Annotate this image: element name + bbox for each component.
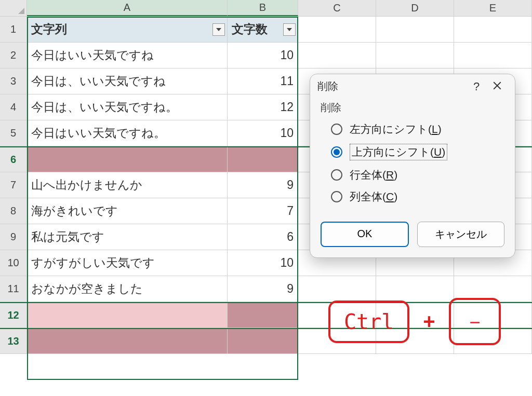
column-header-d[interactable]: D [376, 0, 454, 16]
cell-a9[interactable]: 私は元気です [27, 224, 228, 250]
ok-button[interactable]: OK [321, 222, 409, 247]
cell-d1[interactable] [376, 17, 454, 42]
filter-button-a[interactable] [212, 23, 225, 36]
row-header-8[interactable]: 8 [0, 198, 27, 224]
cell-b12[interactable] [228, 303, 298, 327]
cell-b4[interactable]: 12 [228, 94, 298, 120]
cell-e2[interactable] [454, 43, 532, 68]
cell-b3[interactable]: 11 [228, 69, 298, 94]
row-header-1[interactable]: 1 [0, 17, 27, 42]
cell-b5[interactable]: 10 [228, 120, 298, 146]
cell-a12[interactable] [27, 303, 228, 327]
row-header-10[interactable]: 10 [0, 250, 27, 276]
column-header-row: A B C D E [0, 0, 532, 17]
cell-a11[interactable]: おなかが空きました [27, 276, 228, 302]
keyboard-shortcut-hint: Ctrl + － [328, 298, 501, 345]
radio-icon [331, 124, 342, 135]
cell-b7[interactable]: 9 [228, 172, 298, 198]
dialog-body: 削除 左方向にシフト(L) 上方向にシフト(U) 行全体(R) 列全体(C) [310, 99, 515, 220]
cell-b13[interactable] [228, 329, 298, 353]
row-header-7[interactable]: 7 [0, 172, 27, 198]
radio-icon [331, 146, 342, 158]
dialog-button-row: OK キャンセル [310, 220, 515, 257]
row-header-13[interactable]: 13 [0, 329, 27, 353]
dialog-title: 削除 [317, 79, 338, 93]
cell-e1[interactable] [454, 17, 532, 42]
table-header-row: 1 文字列 文字数 [0, 17, 532, 43]
table-header-b-label: 文字数 [232, 21, 268, 37]
dialog-titlebar[interactable]: 削除 ? [310, 74, 515, 99]
column-header-a[interactable]: A [27, 0, 228, 16]
table-header-a-label: 文字列 [31, 21, 67, 37]
cell-b6[interactable] [228, 147, 298, 172]
radio-entire-column-label: 列全体(C) [350, 189, 397, 204]
key-minus: － [449, 298, 501, 345]
cell-a2[interactable]: 今日はいい天気ですね [27, 43, 228, 68]
column-header-b[interactable]: B [228, 0, 298, 16]
table-row: 2 今日はいい天気ですね 10 [0, 43, 532, 69]
radio-entire-row-label: 行全体(R) [350, 168, 397, 182]
dialog-close-button[interactable] [487, 80, 508, 93]
column-header-c[interactable]: C [298, 0, 376, 16]
table-header-b[interactable]: 文字数 [228, 17, 298, 42]
cell-b8[interactable]: 7 [228, 198, 298, 224]
radio-shift-left[interactable]: 左方向にシフト(L) [331, 122, 504, 136]
cell-b2[interactable]: 10 [228, 43, 298, 68]
row-header-5[interactable]: 5 [0, 120, 27, 146]
close-icon [493, 81, 502, 90]
radio-icon [331, 169, 342, 181]
cell-d2[interactable] [376, 43, 454, 68]
cancel-button[interactable]: キャンセル [417, 222, 504, 247]
cell-a4[interactable]: 今日は、いい天気ですね。 [27, 94, 228, 120]
plus-icon: + [423, 310, 435, 333]
radio-icon [331, 191, 342, 202]
cell-b9[interactable]: 6 [228, 224, 298, 250]
cell-b11[interactable]: 9 [228, 276, 298, 302]
cell-a13[interactable] [27, 329, 228, 353]
radio-entire-row[interactable]: 行全体(R) [331, 168, 504, 182]
cell-a5[interactable]: 今日はいい天気ですね。 [27, 120, 228, 146]
dialog-section-label: 削除 [321, 101, 504, 115]
key-ctrl: Ctrl [328, 301, 409, 343]
cell-a3[interactable]: 今日は、いい天気ですね [27, 69, 228, 94]
cell-b10[interactable]: 10 [228, 250, 298, 276]
cell-a6[interactable] [27, 147, 228, 172]
cell-c1[interactable] [298, 17, 376, 42]
row-header-11[interactable]: 11 [0, 276, 27, 302]
row-header-2[interactable]: 2 [0, 43, 27, 68]
radio-shift-left-label: 左方向にシフト(L) [350, 122, 442, 136]
dialog-help-button[interactable]: ? [466, 80, 487, 93]
row-header-6[interactable]: 6 [0, 147, 27, 172]
cell-a8[interactable]: 海がきれいです [27, 198, 228, 224]
column-header-e[interactable]: E [454, 0, 532, 16]
radio-shift-up-label: 上方向にシフト(U) [350, 144, 447, 160]
radio-shift-up[interactable]: 上方向にシフト(U) [331, 144, 504, 160]
cell-c2[interactable] [298, 43, 376, 68]
row-header-12[interactable]: 12 [0, 303, 27, 327]
row-header-3[interactable]: 3 [0, 69, 27, 94]
filter-button-b[interactable] [283, 23, 296, 36]
table-header-a[interactable]: 文字列 [27, 17, 228, 42]
row-header-9[interactable]: 9 [0, 224, 27, 250]
delete-dialog: 削除 ? 削除 左方向にシフト(L) 上方向にシフト(U) 行全体(R) 列全体… [310, 74, 515, 258]
radio-entire-column[interactable]: 列全体(C) [331, 189, 504, 204]
cell-a10[interactable]: すがすがしい天気です [27, 250, 228, 276]
select-all-corner[interactable] [0, 0, 27, 16]
cell-a7[interactable]: 山へ出かけませんか [27, 172, 228, 198]
row-header-4[interactable]: 4 [0, 94, 27, 120]
